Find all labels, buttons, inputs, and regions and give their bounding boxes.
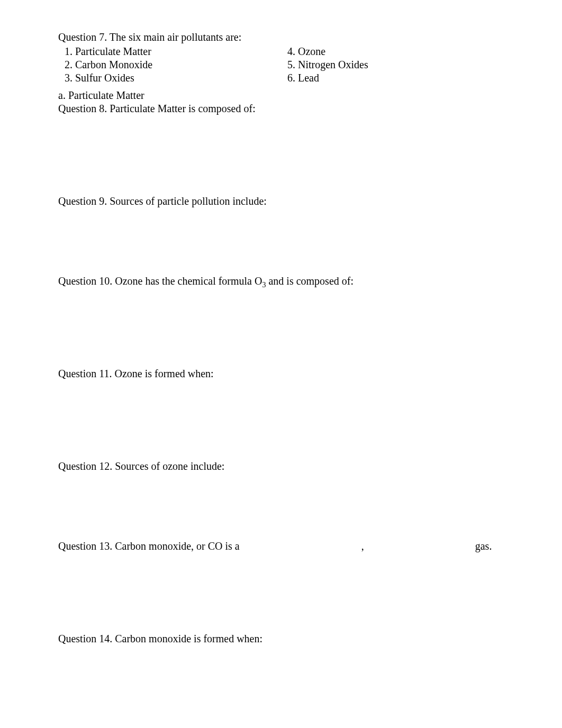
question-10-text: Question 10. Ozone has the chemical form… bbox=[58, 275, 504, 288]
pollutant-item-1: 1. Particulate Matter bbox=[58, 45, 281, 58]
question-10-pre: Question 10. Ozone has the chemical form… bbox=[58, 275, 262, 287]
question-7-list: 1. Particulate Matter 2. Carbon Monoxide… bbox=[58, 45, 504, 85]
question-7-right-col: 4. Ozone 5. Nitrogen Oxides 6. Lead bbox=[281, 45, 504, 85]
question-10-post: and is composed of: bbox=[266, 275, 353, 287]
pollutant-item-6: 6. Lead bbox=[281, 71, 504, 85]
question-11-text: Question 11. Ozone is formed when: bbox=[58, 367, 504, 380]
question-7: Question 7. The six main air pollutants … bbox=[58, 31, 504, 85]
page-content: Question 7. The six main air pollutants … bbox=[0, 0, 562, 667]
question-7-left-col: 1. Particulate Matter 2. Carbon Monoxide… bbox=[58, 45, 281, 85]
question-8-text: Question 8. Particulate Matter is compos… bbox=[58, 102, 504, 115]
pollutant-item-4: 4. Ozone bbox=[281, 45, 504, 58]
question-13-text: Question 13. Carbon monoxide, or CO is a… bbox=[58, 540, 504, 553]
pollutant-item-2: 2. Carbon Monoxide bbox=[58, 58, 281, 71]
question-14-text: Question 14. Carbon monoxide is formed w… bbox=[58, 632, 504, 645]
question-7-sub-a: a. Particulate Matter bbox=[58, 89, 504, 102]
question-9-text: Question 9. Sources of particle pollutio… bbox=[58, 195, 504, 208]
pollutant-item-3: 3. Sulfur Oxides bbox=[58, 71, 281, 85]
pollutant-item-5: 5. Nitrogen Oxides bbox=[281, 58, 504, 71]
question-7-text: Question 7. The six main air pollutants … bbox=[58, 31, 504, 44]
question-12-text: Question 12. Sources of ozone include: bbox=[58, 460, 504, 473]
